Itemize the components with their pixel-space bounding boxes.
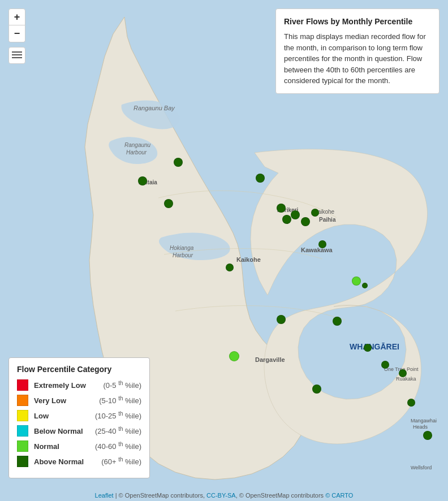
legend-range: (0-5 th %ile): [103, 380, 141, 390]
legend-range: (40-60 th %ile): [95, 441, 141, 451]
svg-text:Mangawhai: Mangawhai: [411, 418, 437, 424]
river-dot[interactable]: [407, 399, 415, 407]
legend-item: Very Low(5-10 th %ile): [17, 395, 141, 406]
legend-range: (10-25 th %ile): [95, 411, 141, 420]
legend: Flow Percentile Category Extremely Low(0…: [8, 357, 150, 478]
osm-text-1: © OpenStreetMap contributors,: [119, 492, 205, 499]
river-dot[interactable]: [423, 431, 432, 440]
legend-label: Low: [34, 412, 89, 420]
river-dot[interactable]: [311, 209, 319, 217]
river-dot[interactable]: [362, 283, 368, 288]
river-dot[interactable]: [333, 317, 342, 326]
legend-swatch: [17, 456, 28, 467]
svg-rect-19: [12, 51, 22, 53]
map-container[interactable]: Rangaunu Bay Rangaunu Harbour Hokianga H…: [0, 0, 448, 501]
zoom-in-button[interactable]: +: [8, 8, 25, 25]
legend-label: Above Normal: [34, 457, 96, 466]
legend-item: Normal(40-60 th %ile): [17, 440, 141, 452]
svg-text:Heads: Heads: [413, 424, 428, 430]
svg-rect-20: [12, 54, 22, 55]
legend-label: Normal: [34, 442, 89, 451]
legend-item: Low(10-25 th %ile): [17, 410, 141, 421]
legend-label: Very Low: [34, 396, 93, 405]
river-dot[interactable]: [277, 315, 286, 324]
legend-item: Extremely Low(0-5 th %ile): [17, 379, 141, 391]
river-dot[interactable]: [364, 344, 372, 352]
info-box: River Flows by Monthly Percentile This m…: [275, 8, 440, 94]
river-dot[interactable]: [399, 369, 407, 377]
map-controls: + −: [8, 8, 25, 64]
river-dot[interactable]: [174, 158, 183, 167]
legend-item: Below Normal(25-40 th %ile): [17, 425, 141, 437]
legend-label: Below Normal: [34, 427, 89, 435]
svg-text:Wellsford: Wellsford: [411, 465, 432, 470]
river-dot[interactable]: [352, 277, 361, 286]
river-dot[interactable]: [256, 174, 265, 183]
river-dot[interactable]: [164, 199, 173, 208]
attribution: Leaflet | © OpenStreetMap contributors, …: [0, 492, 448, 499]
layers-icon: [12, 51, 22, 59]
river-dot[interactable]: [277, 204, 286, 213]
legend-swatch: [17, 440, 28, 452]
legend-range: (25-40 th %ile): [95, 426, 141, 435]
ccbysa-link[interactable]: CC-BY-SA: [206, 492, 236, 499]
legend-item: Above Normal(60+ th %ile): [17, 456, 141, 467]
svg-text:Paihia: Paihia: [319, 217, 336, 223]
svg-text:Harbour: Harbour: [173, 252, 193, 258]
svg-text:Rangaunu: Rangaunu: [124, 142, 151, 148]
river-dot[interactable]: [312, 385, 321, 394]
legend-range: (5-10 th %ile): [99, 395, 141, 405]
river-dot[interactable]: [226, 264, 234, 271]
info-box-description: This map displays median recorded flow f…: [284, 31, 431, 87]
legend-title: Flow Percentile Category: [17, 365, 141, 374]
river-dot[interactable]: [301, 217, 310, 226]
river-dot[interactable]: [282, 215, 291, 224]
svg-rect-21: [12, 57, 22, 58]
layers-button[interactable]: [8, 47, 25, 64]
info-box-title: River Flows by Monthly Percentile: [284, 16, 431, 28]
svg-text:Ruakaka: Ruakaka: [396, 376, 416, 382]
svg-text:Rangaunu Bay: Rangaunu Bay: [133, 105, 175, 111]
legend-swatch: [17, 425, 28, 437]
osm-text-2: © OpenStreetMap contributors: [239, 492, 324, 499]
river-dot[interactable]: [291, 210, 300, 219]
svg-text:WHANGĀREI: WHANGĀREI: [350, 342, 399, 351]
legend-swatch: [17, 395, 28, 406]
legend-range: (60+ th %ile): [101, 456, 141, 466]
zoom-out-button[interactable]: −: [8, 25, 25, 42]
svg-text:Kawakawa: Kawakawa: [301, 247, 333, 253]
svg-text:Hokianga: Hokianga: [170, 245, 194, 251]
legend-items: Extremely Low(0-5 th %ile)Very Low(5-10 …: [17, 379, 141, 467]
legend-swatch: [17, 410, 28, 421]
legend-label: Extremely Low: [34, 381, 97, 390]
river-dot[interactable]: [229, 351, 239, 361]
river-dot[interactable]: [138, 176, 147, 185]
carto-link[interactable]: © CARTO: [325, 492, 353, 499]
river-dot[interactable]: [381, 361, 389, 369]
svg-text:Harbour: Harbour: [126, 149, 147, 156]
river-dot[interactable]: [318, 240, 326, 248]
legend-swatch: [17, 379, 28, 391]
svg-text:Dargaville: Dargaville: [255, 356, 285, 363]
leaflet-link[interactable]: Leaflet: [95, 492, 114, 499]
svg-text:Kaikohe: Kaikohe: [236, 256, 261, 263]
